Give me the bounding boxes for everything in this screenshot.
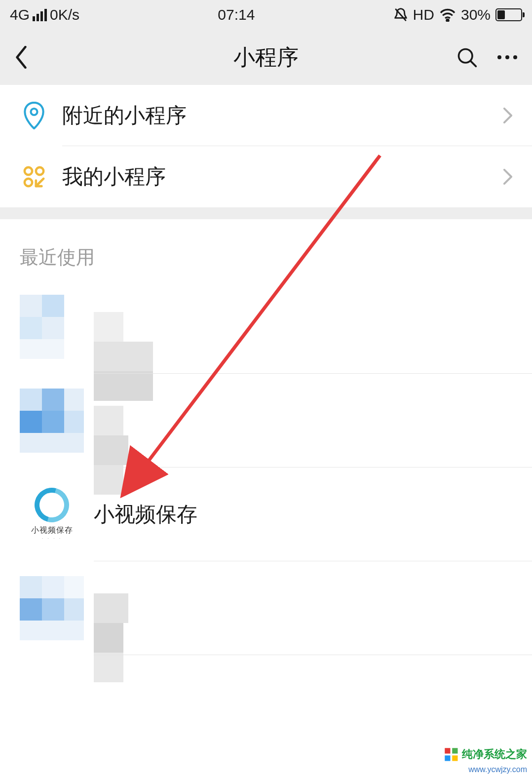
battery-icon bbox=[495, 8, 522, 21]
svg-line-2 bbox=[470, 61, 476, 66]
status-bar: 4G 0K/s 07:14 HD 30% bbox=[0, 0, 532, 30]
section-gap bbox=[0, 207, 532, 219]
app-label bbox=[94, 593, 512, 623]
recent-list: 小视频保存 · · · · 小视频保存 bbox=[0, 280, 532, 655]
menu-section: 附近的小程序 我的小程序 bbox=[0, 85, 532, 207]
menu-mine[interactable]: 我的小程序 bbox=[0, 146, 532, 207]
network-label: 4G bbox=[10, 6, 30, 23]
menu-nearby[interactable]: 附近的小程序 bbox=[0, 85, 532, 146]
svg-point-3 bbox=[31, 109, 37, 115]
svg-point-6 bbox=[25, 179, 32, 186]
menu-mine-label: 我的小程序 bbox=[62, 163, 503, 191]
svg-rect-10 bbox=[452, 748, 457, 753]
svg-point-4 bbox=[25, 167, 32, 175]
location-icon bbox=[23, 102, 45, 129]
chevron-right-icon bbox=[503, 108, 512, 123]
app-label bbox=[94, 312, 512, 342]
grid-icon bbox=[23, 165, 45, 188]
ring-logo-icon bbox=[28, 481, 76, 529]
app-icon bbox=[20, 295, 84, 359]
search-button[interactable] bbox=[456, 46, 478, 68]
wifi-icon bbox=[439, 8, 456, 22]
more-button[interactable] bbox=[497, 55, 517, 59]
svg-point-5 bbox=[36, 167, 43, 175]
chevron-right-icon bbox=[503, 169, 512, 185]
back-button[interactable] bbox=[15, 46, 28, 69]
app-label: 小视频保存 bbox=[94, 501, 512, 528]
logo-caption: 小视频保存 bbox=[31, 525, 73, 536]
battery-pct: 30% bbox=[461, 6, 491, 23]
mute-icon bbox=[393, 7, 408, 22]
status-right: HD 30% bbox=[393, 6, 522, 23]
list-item[interactable] bbox=[20, 561, 532, 655]
divider bbox=[94, 655, 532, 655]
app-icon bbox=[20, 576, 84, 640]
app-label bbox=[94, 406, 512, 435]
recent-section: 最近使用 bbox=[0, 219, 532, 655]
nav-bar: 小程序 bbox=[0, 30, 532, 85]
svg-rect-12 bbox=[452, 755, 457, 761]
logo-subcaption: · · · · bbox=[42, 536, 62, 541]
svg-rect-9 bbox=[445, 748, 450, 753]
status-left: 4G 0K/s bbox=[10, 6, 79, 23]
svg-rect-11 bbox=[445, 755, 450, 761]
watermark-title: 纯净系统之家 bbox=[462, 747, 527, 760]
app-icon: 小视频保存 · · · · bbox=[20, 482, 84, 546]
app-icon bbox=[20, 389, 84, 453]
hd-label: HD bbox=[413, 6, 434, 23]
recent-header: 最近使用 bbox=[0, 219, 532, 280]
menu-nearby-label: 附近的小程序 bbox=[62, 102, 503, 129]
speed-label: 0K/s bbox=[50, 6, 79, 23]
clock: 07:14 bbox=[218, 6, 255, 23]
list-item[interactable] bbox=[20, 374, 532, 468]
signal-icon bbox=[33, 9, 47, 21]
svg-point-0 bbox=[447, 19, 449, 21]
page-title: 小程序 bbox=[89, 43, 443, 72]
watermark-logo-icon bbox=[444, 747, 459, 762]
list-item-video-save[interactable]: 小视频保存 · · · · 小视频保存 bbox=[20, 468, 532, 561]
list-item[interactable] bbox=[20, 280, 532, 374]
watermark: 纯净系统之家 www.ycwjzy.com bbox=[444, 747, 527, 775]
watermark-url: www.ycwjzy.com bbox=[468, 765, 527, 774]
